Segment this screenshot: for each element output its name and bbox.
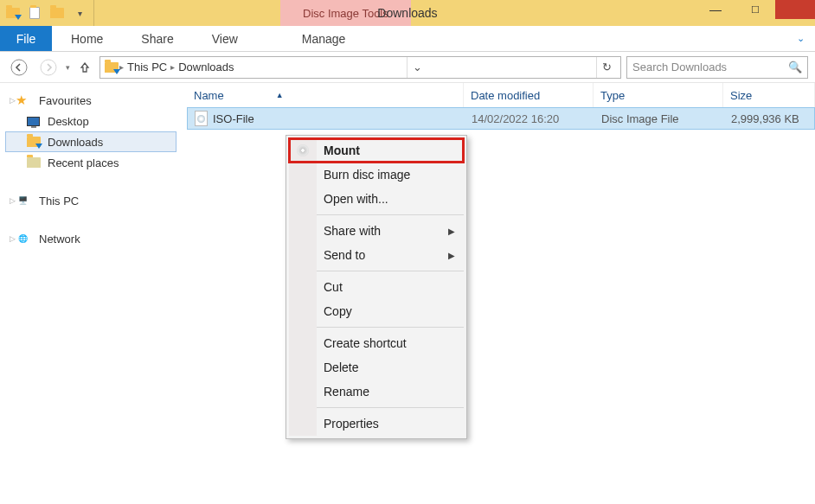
close-button[interactable] [775, 0, 815, 19]
context-menu-send-to[interactable]: Send to ▶ [289, 243, 464, 267]
menu-item-label: Burn disc image [324, 168, 410, 182]
recent-places-icon [18, 155, 42, 170]
context-menu-rename[interactable]: Rename [289, 380, 464, 404]
svg-point-0 [11, 60, 27, 75]
submenu-arrow-icon: ▶ [448, 251, 455, 260]
nav-network[interactable]: ▷ 🌐 Network [5, 228, 176, 249]
forward-button[interactable] [36, 55, 61, 80]
nav-this-pc-label: This PC [39, 195, 79, 207]
nav-item-label: Desktop [48, 115, 89, 128]
breadcrumb-current[interactable]: Downloads [175, 61, 237, 73]
ribbon-tab-view[interactable]: View [193, 26, 257, 51]
menu-item-label: Rename [324, 385, 369, 399]
file-size-cell: 2,999,936 KB [724, 112, 814, 125]
qat-dropdown-icon[interactable]: ▾ [71, 4, 88, 22]
column-header-label: Name [194, 89, 224, 102]
nav-this-pc[interactable]: ▷ 🖥️ This PC [5, 190, 176, 211]
column-header-type[interactable]: Type [594, 83, 723, 107]
ribbon-file-tab[interactable]: File [0, 26, 52, 51]
context-menu: Mount Burn disc image Open with... Share… [286, 135, 467, 439]
desktop-icon [18, 113, 42, 129]
recent-locations-dropdown[interactable]: ▾ [66, 63, 70, 72]
context-menu-share-with[interactable]: Share with ▶ [289, 219, 464, 243]
search-box[interactable]: Search Downloads 🔍 [626, 56, 808, 79]
svg-point-1 [41, 60, 56, 75]
menu-separator [317, 327, 464, 328]
file-name-cell: ISO-File [188, 111, 465, 126]
refresh-button[interactable]: ↻ [596, 57, 617, 78]
menu-item-label: Delete [324, 360, 358, 374]
menu-item-label: Share with [324, 224, 381, 238]
search-placeholder: Search Downloads [632, 61, 788, 73]
maximize-button[interactable]: ☐ [735, 0, 775, 19]
back-button[interactable] [7, 55, 31, 80]
qat-new-folder-icon[interactable] [48, 4, 66, 22]
ribbon-tab-share[interactable]: Share [122, 26, 192, 51]
this-pc-icon: ▷ 🖥️ [10, 193, 34, 208]
nav-item-label: Recent places [48, 156, 119, 169]
network-icon: ▷ 🌐 [10, 231, 34, 246]
navigation-pane: ▷ ★ Favourites Desktop Downloads Recent … [0, 83, 182, 504]
search-icon: 🔍 [788, 61, 802, 73]
menu-item-label: Cut [324, 280, 343, 294]
menu-item-label: Send to [324, 248, 365, 262]
nav-network-label: Network [39, 233, 80, 246]
context-menu-delete[interactable]: Delete [289, 355, 464, 380]
disc-icon [294, 142, 311, 159]
breadcrumb-this-pc[interactable]: This PC [124, 61, 170, 73]
menu-separator [317, 271, 464, 271]
ribbon-collapse-button[interactable]: ⌄ [786, 26, 815, 51]
menu-item-label: Copy [324, 304, 352, 318]
nav-group-favourites: ▷ ★ Favourites Desktop Downloads Recent … [5, 90, 176, 173]
up-button[interactable] [75, 58, 94, 77]
context-menu-burn-disc-image[interactable]: Burn disc image [289, 163, 464, 187]
menu-item-label: Properties [324, 417, 379, 431]
ribbon: File Home Share View Manage ⌄ [0, 26, 815, 52]
nav-item-desktop[interactable]: Desktop [5, 111, 176, 131]
address-bar[interactable]: ▸ This PC ▸ Downloads ⌄ ↻ [99, 56, 621, 79]
column-header-date[interactable]: Date modified [464, 83, 594, 107]
context-menu-create-shortcut[interactable]: Create shortcut [289, 331, 464, 355]
menu-item-label: Open with... [324, 192, 388, 206]
expand-icon[interactable]: ▷ ★ [10, 93, 34, 108]
nav-item-downloads[interactable]: Downloads [5, 131, 176, 152]
quick-access-toolbar: ▾ [0, 0, 94, 26]
ribbon-tab-manage[interactable]: Manage [274, 26, 374, 51]
nav-item-label: Downloads [48, 136, 103, 149]
file-row[interactable]: ISO-File 14/02/2022 16:20 Disc Image Fil… [187, 107, 815, 130]
address-dropdown[interactable]: ⌄ [407, 57, 427, 78]
context-menu-cut[interactable]: Cut [289, 275, 464, 299]
submenu-arrow-icon: ▶ [448, 226, 455, 236]
app-icon[interactable] [5, 5, 21, 21]
menu-separator [317, 407, 464, 408]
file-list-pane: Name ▲ Date modified Type Size ISO-File … [182, 83, 815, 504]
nav-group-network: ▷ 🌐 Network [5, 228, 176, 249]
title-bar: ▾ Disc Image Tools Downloads — ☐ [0, 0, 815, 26]
context-menu-open-with[interactable]: Open with... [289, 187, 464, 211]
address-location-icon [104, 62, 119, 73]
address-bar-row: ▾ ▸ This PC ▸ Downloads ⌄ ↻ Search Downl… [0, 52, 815, 83]
iso-file-icon [195, 111, 208, 126]
window-controls: — ☐ [696, 0, 815, 19]
sort-ascending-icon: ▲ [276, 91, 284, 99]
ribbon-tab-home[interactable]: Home [52, 26, 122, 51]
nav-favourites[interactable]: ▷ ★ Favourites [5, 90, 176, 111]
downloads-folder-icon [18, 134, 42, 150]
context-menu-properties[interactable]: Properties [289, 411, 464, 436]
nav-item-recent-places[interactable]: Recent places [5, 152, 176, 173]
file-date-cell: 14/02/2022 16:20 [465, 112, 594, 125]
qat-properties-icon[interactable] [26, 4, 43, 22]
context-menu-copy[interactable]: Copy [289, 299, 464, 323]
context-menu-mount[interactable]: Mount [289, 138, 464, 163]
minimize-button[interactable]: — [696, 0, 735, 19]
nav-favourites-label: Favourites [39, 94, 92, 107]
file-type-cell: Disc Image File [594, 112, 724, 125]
column-header-name[interactable]: Name ▲ [187, 83, 464, 107]
column-header-size[interactable]: Size [723, 83, 815, 107]
menu-separator [317, 214, 464, 215]
column-headers: Name ▲ Date modified Type Size [187, 83, 815, 107]
file-name: ISO-File [213, 112, 254, 125]
menu-item-label: Create shortcut [324, 336, 407, 350]
menu-item-label: Mount [324, 144, 360, 157]
nav-group-this-pc: ▷ 🖥️ This PC [5, 190, 176, 211]
